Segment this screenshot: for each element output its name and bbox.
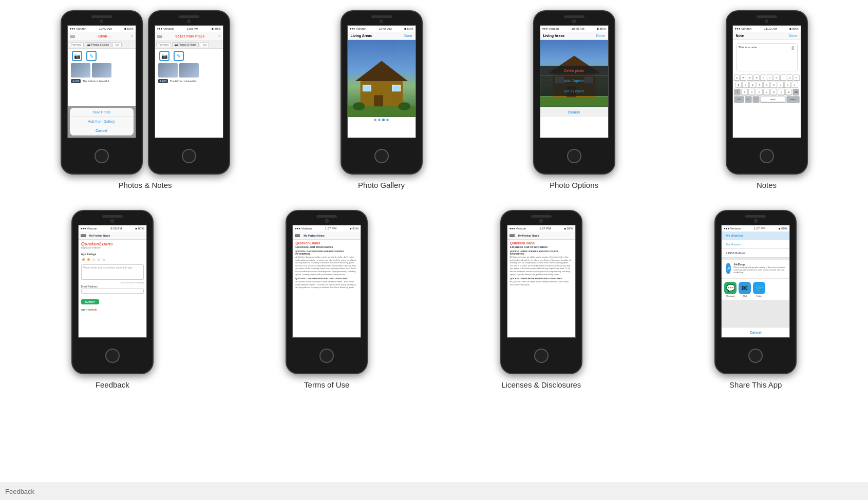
key-N[interactable]: N [778, 89, 784, 95]
phone-bottom-gallery [342, 138, 422, 174]
star-3[interactable]: ★ [91, 257, 96, 262]
option-cover[interactable]: Set as cover [540, 86, 608, 96]
share-address[interactable]: 21956 Bellfour [722, 249, 789, 258]
key-123[interactable]: 123 [734, 96, 744, 102]
home-btn-feedback[interactable] [105, 349, 120, 363]
phone-top-licenses [501, 211, 581, 223]
fb-comment-area[interactable]: Please enter your comments about this ap… [81, 264, 144, 280]
star-4[interactable]: ★ [97, 257, 101, 262]
tab-payment-2[interactable]: Payment [156, 42, 172, 47]
key-R[interactable]: R [753, 74, 760, 81]
key-I[interactable]: I [780, 74, 786, 81]
key-W[interactable]: W [740, 74, 746, 81]
home-btn-options[interactable] [567, 149, 581, 163]
share-message-icon[interactable]: 💬 Message [724, 282, 737, 297]
key-J[interactable]: J [778, 82, 784, 88]
home-btn-2[interactable] [182, 149, 196, 163]
edit-icon-1[interactable]: ✎ [86, 51, 97, 61]
action-cancel[interactable]: Cancel [70, 126, 134, 136]
time-1: 10:49 AM [99, 27, 111, 30]
airdrop-text: AirDrop Share instantly with people near… [733, 263, 785, 274]
tab-payment-1[interactable]: Payment [69, 42, 84, 47]
home-btn-terms[interactable] [319, 349, 334, 363]
terms-quicken-logo: QuickénLoans [295, 241, 358, 245]
star-5[interactable]: ★ [102, 257, 106, 262]
gallery-nav-done[interactable]: Done [404, 34, 412, 37]
phone-top-gallery [342, 11, 422, 23]
home-btn-share[interactable] [748, 349, 763, 363]
feedback-bar-label[interactable]: Feedback [5, 488, 34, 495]
key-E[interactable]: E [747, 74, 753, 81]
key-Q[interactable]: Q [734, 74, 740, 81]
key-A[interactable]: A [735, 82, 742, 88]
tab-det-1[interactable]: Det [112, 42, 122, 47]
share-wishlist[interactable]: My Wishlist [722, 232, 789, 240]
key-S[interactable]: S [742, 82, 749, 88]
home-btn-licenses[interactable] [534, 349, 549, 363]
key-Y[interactable]: Y [767, 74, 773, 81]
camera-icon-1[interactable]: 📷 [72, 51, 82, 61]
notes-text-area[interactable]: This is a note. 🗑 [736, 43, 798, 71]
key-space[interactable]: space [760, 96, 786, 102]
key-mic[interactable]: ⎍ [752, 96, 760, 102]
share-my-homes[interactable]: My Homes [722, 240, 789, 249]
home-btn-notes[interactable] [760, 149, 774, 163]
fb-email-input[interactable] [81, 289, 144, 294]
tab-det-2[interactable]: Det [200, 42, 209, 47]
key-H[interactable]: H [770, 82, 777, 88]
key-O[interactable]: O [787, 74, 793, 81]
share-mail-icon[interactable]: ✉ Mail [739, 282, 751, 297]
option-delete[interactable]: Delete photo [540, 66, 608, 76]
key-M[interactable]: M [785, 89, 792, 95]
phone-gallery: ●●● Verizon 10:45 AM ■ 80% Living Areas … [341, 10, 423, 175]
key-U[interactable]: U [773, 74, 780, 81]
key-L[interactable]: L [791, 82, 798, 88]
star-2[interactable]: ★ [86, 257, 91, 262]
notes-nav-done[interactable]: Done [789, 34, 798, 37]
action-take-photo[interactable]: Take Photo [70, 108, 134, 117]
trash-icon[interactable]: 🗑 [791, 46, 795, 50]
phone-photos-notes-2: ●●● Verizon 1:58 PM ■ 80% 86127 Park Pla… [148, 10, 230, 175]
options-nav-done[interactable]: Done [596, 34, 605, 37]
share-twitter-icon[interactable]: 🐦 Twitter [753, 282, 765, 297]
key-Z[interactable]: Z [741, 89, 748, 95]
key-C[interactable]: C [756, 89, 762, 95]
key-backspace[interactable]: ⌫ [792, 89, 799, 95]
key-emoji[interactable]: ☺ [745, 96, 752, 102]
hamburger-terms[interactable] [295, 234, 300, 237]
gallery-nav-title: Living Areas [351, 34, 372, 37]
phone-terms: ●●● Verizon 1:57 PM ■ 91% My Perfect Hom… [286, 210, 368, 374]
hamburger-icon-1[interactable] [70, 35, 75, 37]
option-cancel[interactable]: Cancel [540, 107, 608, 117]
group-feedback: ●●● Verizon 9:55 AM ■ 80% My Perfect Hom… [71, 210, 154, 389]
phone-bottom-notes [727, 138, 807, 174]
key-V[interactable]: V [763, 89, 770, 95]
hamburger-icon-2[interactable] [157, 35, 162, 37]
key-K[interactable]: K [784, 82, 791, 88]
key-F[interactable]: F [757, 82, 763, 88]
star-1[interactable]: ★ [81, 257, 86, 262]
key-return[interactable]: return [786, 96, 800, 102]
key-T[interactable]: T [760, 74, 766, 81]
share-cancel-btn[interactable]: Cancel [722, 327, 789, 337]
message-app-icon: 💬 [724, 282, 737, 294]
hamburger-licenses[interactable] [510, 234, 515, 237]
key-B[interactable]: B [770, 89, 777, 95]
home-btn-1[interactable] [95, 149, 109, 163]
fb-submit-btn[interactable]: SUBMIT [81, 299, 99, 304]
hamburger-feedback[interactable] [81, 234, 86, 237]
key-G[interactable]: G [763, 82, 770, 88]
key-shift[interactable]: ⇧ [734, 89, 741, 95]
action-add-gallery[interactable]: Add from Gallery [70, 117, 134, 126]
home-btn-gallery[interactable] [374, 149, 389, 163]
camera-licenses [539, 219, 543, 223]
option-caption[interactable]: Add Caption [540, 76, 608, 86]
key-D[interactable]: D [749, 82, 756, 88]
key-P[interactable]: P [794, 74, 800, 81]
edit-icon-2[interactable]: ✎ [174, 51, 184, 61]
camera-icon-2[interactable]: 📷 [159, 51, 169, 61]
key-X[interactable]: X [748, 89, 755, 95]
tab-photos-2[interactable]: 📷 Photos & Notes [172, 42, 199, 47]
tab-photos-1[interactable]: 📷 Photos & Notes [85, 42, 111, 47]
carrier-options: ●●● Verizon [542, 27, 559, 30]
